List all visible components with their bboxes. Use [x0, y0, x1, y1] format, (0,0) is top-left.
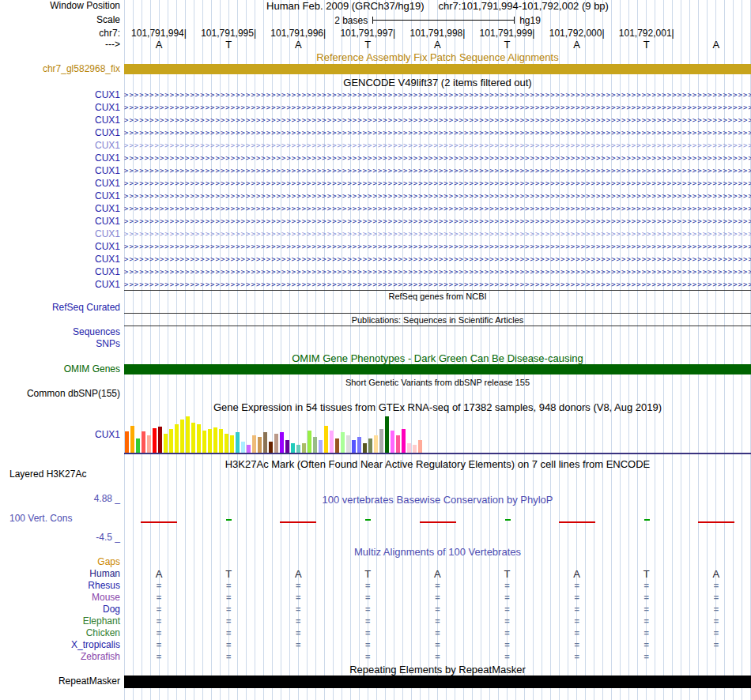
gencode-transcript-label[interactable]: CUX1 [0, 254, 120, 265]
gencode-transcript[interactable]: >>>>>>>>>>>>>>>>>>>>>>>>>>>>>>>>>>>>>>>>… [124, 101, 751, 114]
gencode-transcript-label[interactable]: CUX1 [0, 229, 120, 239]
omim-genes-label[interactable]: OMIM Genes [0, 364, 120, 374]
fix-patch-label[interactable]: chr7_gl582968_fix [0, 64, 120, 74]
gtex-tissue-bar[interactable] [291, 443, 295, 453]
gencode-transcript[interactable]: >>>>>>>>>>>>>>>>>>>>>>>>>>>>>>>>>>>>>>>>… [124, 202, 751, 215]
gtex-tissue-bar[interactable] [208, 429, 212, 453]
h3k27ac-label[interactable]: Layered H3K27Ac [9, 469, 86, 480]
omim-bar[interactable] [124, 364, 751, 374]
gtex-tissue-bar[interactable] [219, 429, 223, 453]
gencode-transcript-label[interactable]: CUX1 [0, 191, 120, 201]
multiz-species-label[interactable]: Elephant [0, 616, 120, 627]
gtex-tissue-bar[interactable] [164, 434, 168, 453]
multiz-species-label[interactable]: Rhesus [0, 581, 120, 591]
gtex-tissue-bar[interactable] [225, 434, 228, 453]
repeatmasker-bar[interactable] [124, 676, 751, 688]
gtex-tissue-bar[interactable] [169, 429, 173, 453]
gtex-tissue-bar[interactable] [274, 434, 278, 453]
gtex-tissue-bar[interactable] [352, 440, 356, 453]
gtex-tissue-bar[interactable] [385, 416, 389, 453]
gencode-transcript-label[interactable]: CUX1 [0, 204, 120, 214]
multiz-species-label[interactable]: Mouse [0, 593, 120, 603]
multiz-species-label[interactable]: Zebrafish [0, 652, 120, 662]
gtex-tissue-bar[interactable] [407, 443, 411, 453]
gencode-transcript-label[interactable]: CUX1 [0, 115, 120, 126]
gtex-tissue-bar[interactable] [313, 437, 317, 453]
multiz-species-label[interactable]: X_tropicalis [0, 640, 120, 650]
gtex-tissue-bar[interactable] [136, 438, 140, 453]
gencode-transcript[interactable]: >>>>>>>>>>>>>>>>>>>>>>>>>>>>>>>>>>>>>>>>… [124, 126, 751, 139]
gtex-tissue-bar[interactable] [213, 427, 217, 453]
gencode-transcript[interactable]: >>>>>>>>>>>>>>>>>>>>>>>>>>>>>>>>>>>>>>>>… [124, 139, 751, 152]
gencode-transcript[interactable]: >>>>>>>>>>>>>>>>>>>>>>>>>>>>>>>>>>>>>>>>… [124, 278, 751, 291]
gtex-tissue-bar[interactable] [379, 429, 383, 453]
refseq-curated-label[interactable]: RefSeq Curated [0, 303, 120, 313]
gtex-tissue-bar[interactable] [263, 432, 267, 453]
conservation-label[interactable]: 100 Vert. Cons [9, 514, 72, 524]
dbsnp-label[interactable]: Common dbSNP(155) [0, 389, 120, 399]
gtex-tissue-bar[interactable] [357, 437, 361, 453]
gtex-bars[interactable] [125, 415, 425, 453]
gencode-transcript[interactable]: >>>>>>>>>>>>>>>>>>>>>>>>>>>>>>>>>>>>>>>>… [124, 240, 751, 253]
gtex-tissue-bar[interactable] [368, 438, 372, 453]
refseq-dense-item[interactable] [124, 313, 751, 314]
multiz-species-label[interactable]: Dog [0, 604, 120, 615]
gtex-tissue-bar[interactable] [330, 431, 334, 453]
gtex-tissue-bar[interactable] [147, 435, 151, 453]
gencode-transcript-label[interactable]: CUX1 [0, 216, 120, 227]
gtex-tissue-bar[interactable] [191, 423, 195, 453]
multiz-species-label[interactable]: Human [0, 569, 120, 579]
gencode-transcript-label[interactable]: CUX1 [0, 90, 120, 100]
gtex-tissue-bar[interactable] [142, 431, 145, 453]
gencode-transcript[interactable]: >>>>>>>>>>>>>>>>>>>>>>>>>>>>>>>>>>>>>>>>… [124, 215, 751, 228]
gencode-transcript[interactable]: >>>>>>>>>>>>>>>>>>>>>>>>>>>>>>>>>>>>>>>>… [124, 190, 751, 202]
gtex-tissue-bar[interactable] [252, 435, 256, 453]
gtex-tissue-bar[interactable] [258, 437, 262, 453]
gencode-transcript[interactable]: >>>>>>>>>>>>>>>>>>>>>>>>>>>>>>>>>>>>>>>>… [124, 88, 751, 101]
gtex-tissue-bar[interactable] [341, 432, 345, 453]
gtex-tissue-bar[interactable] [241, 442, 245, 453]
gtex-tissue-bar[interactable] [175, 424, 179, 453]
gtex-tissue-bar[interactable] [197, 424, 201, 453]
gtex-tissue-bar[interactable] [335, 438, 339, 453]
gtex-tissue-bar[interactable] [302, 443, 306, 453]
gencode-transcript[interactable]: >>>>>>>>>>>>>>>>>>>>>>>>>>>>>>>>>>>>>>>>… [124, 265, 751, 278]
gtex-tissue-bar[interactable] [308, 431, 311, 453]
gencode-transcript[interactable]: >>>>>>>>>>>>>>>>>>>>>>>>>>>>>>>>>>>>>>>>… [124, 177, 751, 190]
gencode-transcript-label[interactable]: CUX1 [0, 153, 120, 164]
gtex-tissue-bar[interactable] [230, 435, 234, 453]
gencode-transcript-label[interactable]: CUX1 [0, 141, 120, 151]
gtex-tissue-bar[interactable] [413, 445, 417, 453]
gtex-tissue-bar[interactable] [391, 431, 394, 453]
gtex-tissue-bar[interactable] [247, 445, 251, 453]
gtex-tissue-bar[interactable] [363, 443, 367, 453]
gencode-transcript-label[interactable]: CUX1 [0, 128, 120, 138]
gtex-tissue-bar[interactable] [269, 442, 273, 453]
gtex-tissue-bar[interactable] [319, 440, 323, 453]
multiz-species-label[interactable]: Chicken [0, 628, 120, 638]
gencode-transcript-label[interactable]: CUX1 [0, 280, 120, 290]
gtex-tissue-bar[interactable] [285, 440, 289, 453]
gencode-transcript-label[interactable]: CUX1 [0, 242, 120, 252]
gtex-tissue-bar[interactable] [324, 426, 328, 453]
gtex-tissue-bar[interactable] [396, 435, 400, 453]
gtex-gene-label[interactable]: CUX1 [0, 430, 120, 440]
gencode-transcript-label[interactable]: CUX1 [0, 179, 120, 189]
gtex-tissue-bar[interactable] [186, 416, 190, 453]
gtex-tissue-bar[interactable] [402, 429, 406, 453]
sequences-label[interactable]: Sequences [0, 327, 120, 337]
gtex-tissue-bar[interactable] [418, 440, 422, 453]
repeatmasker-label[interactable]: RepeatMasker [0, 676, 120, 687]
gencode-transcript[interactable]: >>>>>>>>>>>>>>>>>>>>>>>>>>>>>>>>>>>>>>>>… [124, 253, 751, 265]
gtex-tissue-bar[interactable] [202, 431, 206, 453]
publications-dense-item[interactable] [124, 326, 751, 326]
gtex-tissue-bar[interactable] [158, 427, 162, 453]
gencode-transcript[interactable]: >>>>>>>>>>>>>>>>>>>>>>>>>>>>>>>>>>>>>>>>… [124, 228, 751, 240]
gtex-tissue-bar[interactable] [296, 445, 300, 453]
gtex-tissue-bar[interactable] [130, 426, 134, 453]
gtex-tissue-bar[interactable] [153, 428, 157, 453]
gtex-tissue-bar[interactable] [346, 435, 350, 453]
gencode-transcript[interactable]: >>>>>>>>>>>>>>>>>>>>>>>>>>>>>>>>>>>>>>>>… [124, 152, 751, 164]
gencode-transcript[interactable]: >>>>>>>>>>>>>>>>>>>>>>>>>>>>>>>>>>>>>>>>… [124, 164, 751, 177]
gencode-transcript[interactable]: >>>>>>>>>>>>>>>>>>>>>>>>>>>>>>>>>>>>>>>>… [124, 114, 751, 126]
